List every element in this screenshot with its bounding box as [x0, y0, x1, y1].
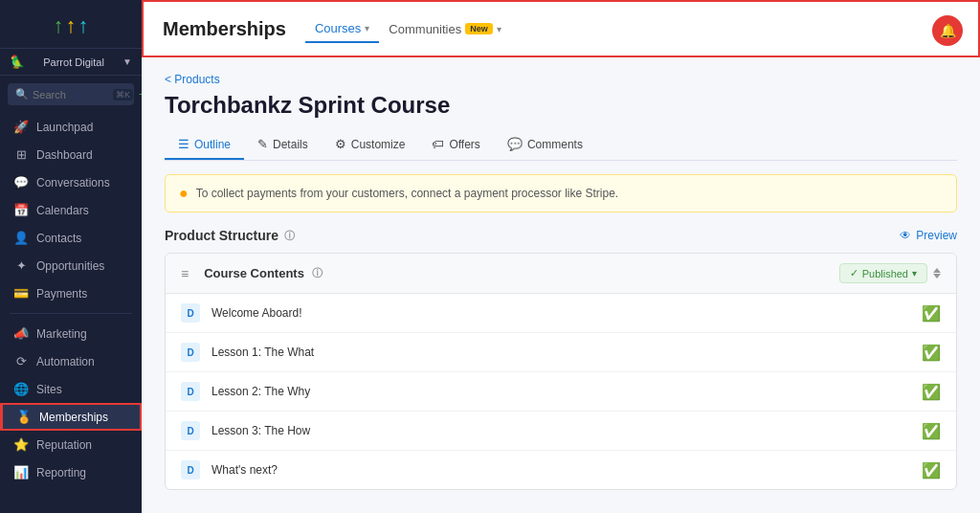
offers-icon: 🏷 [432, 137, 444, 151]
sidebar-item-sites[interactable]: 🌐 Sites [0, 375, 142, 403]
sidebar-item-reputation[interactable]: ⭐ Reputation [0, 431, 142, 458]
account-name: Parrot Digital [43, 56, 104, 68]
sites-icon: 🌐 [13, 382, 29, 396]
search-shortcut: ⌘K [113, 89, 133, 100]
published-chevron-icon: ▾ [912, 268, 917, 279]
subtab-offers[interactable]: 🏷 Offers [418, 130, 493, 160]
opportunities-icon: ✦ [13, 258, 29, 273]
lesson-title: Lesson 1: The What [212, 346, 922, 359]
sidebar-item-automation[interactable]: ⟳ Automation [0, 347, 142, 375]
lesson-status-icon: ✅ [922, 461, 941, 480]
sidebar-item-launchpad[interactable]: 🚀 Launchpad [0, 113, 142, 141]
top-bar: Memberships Courses ▾ Communities New ▾ … [142, 0, 980, 57]
nav-divider [10, 313, 132, 314]
account-switcher[interactable]: 🦜 Parrot Digital ▼ [0, 48, 142, 76]
reputation-label: Reputation [36, 438, 92, 452]
marketing-label: Marketing [36, 327, 87, 341]
table-row[interactable]: D Lesson 1: The What ✅ [166, 333, 956, 372]
communities-badge: New [465, 23, 493, 34]
sidebar-item-contacts[interactable]: 👤 Contacts [0, 224, 142, 252]
sort-arrows[interactable] [933, 268, 941, 279]
table-row[interactable]: D Lesson 3: The How ✅ [166, 412, 956, 451]
sidebar-item-opportunities[interactable]: ✦ Opportunities [0, 252, 142, 279]
product-structure-title: Product Structure ⓘ [165, 228, 295, 243]
launchpad-icon: 🚀 [13, 120, 29, 134]
comments-icon: 💬 [507, 137, 523, 151]
course-header-right: ✓ Published ▾ [839, 263, 941, 283]
course-table-header: ≡ Course Contents ⓘ ✓ Published ▾ [166, 254, 956, 294]
subtab-customize[interactable]: ⚙ Customize [322, 130, 419, 160]
dashboard-icon: ⊞ [13, 147, 29, 162]
details-label: Details [273, 138, 308, 151]
preview-button[interactable]: 👁 Preview [900, 229, 957, 242]
subtab-comments[interactable]: 💬 Comments [494, 130, 596, 160]
sort-down-arrow [933, 274, 941, 279]
course-table: ≡ Course Contents ⓘ ✓ Published ▾ [165, 253, 957, 490]
breadcrumb[interactable]: Products [165, 73, 957, 86]
lesson-title: Lesson 2: The Why [212, 385, 922, 398]
memberships-icon: 🏅 [16, 410, 32, 424]
sub-tabs: ☰ Outline ✎ Details ⚙ Customize 🏷 Offers… [165, 130, 957, 161]
page-title: Torchbankz Sprint Course [165, 92, 957, 119]
published-check-icon: ✓ [850, 267, 858, 279]
lesson-title: What's next? [212, 463, 922, 477]
contacts-label: Contacts [36, 232, 81, 245]
row-type-badge: D [181, 460, 200, 480]
outline-label: Outline [194, 138, 231, 151]
details-icon: ✎ [257, 137, 268, 151]
lesson-title: Lesson 3: The How [212, 424, 922, 437]
published-label: Published [862, 268, 908, 279]
tab-communities[interactable]: Communities New ▾ [379, 16, 510, 42]
payments-label: Payments [36, 287, 87, 301]
lesson-title: Welcome Aboard! [212, 306, 922, 320]
comments-label: Comments [527, 138, 583, 151]
sidebar: ↑ ↑ ↑ 🦜 Parrot Digital ▼ 🔍 ⌘K + 🚀 Launch… [0, 0, 142, 513]
product-structure-info-icon[interactable]: ⓘ [284, 229, 295, 243]
calendars-label: Calendars [36, 204, 89, 217]
launchpad-label: Launchpad [36, 121, 93, 134]
table-row[interactable]: D Welcome Aboard! ✅ [166, 294, 956, 333]
opportunities-label: Opportunities [36, 259, 104, 273]
preview-label: Preview [916, 229, 957, 242]
search-input[interactable] [33, 89, 109, 100]
sidebar-nav: 🚀 Launchpad ⊞ Dashboard 💬 Conversations … [0, 109, 142, 513]
lesson-status-icon: ✅ [922, 383, 941, 401]
outline-icon: ☰ [178, 137, 189, 151]
course-info-icon[interactable]: ⓘ [312, 266, 323, 280]
product-structure-section: Product Structure ⓘ 👁 Preview [165, 228, 957, 243]
sort-up-arrow [933, 268, 941, 273]
account-chevron-icon: ▼ [122, 56, 132, 67]
sidebar-item-payments[interactable]: 💳 Payments [0, 279, 142, 307]
page-content: Products Torchbankz Sprint Course ☰ Outl… [142, 57, 980, 513]
sidebar-item-calendars[interactable]: 📅 Calendars [0, 196, 142, 224]
sidebar-item-reporting[interactable]: 📊 Reporting [0, 458, 142, 486]
reporting-label: Reporting [36, 466, 86, 480]
sidebar-item-dashboard[interactable]: ⊞ Dashboard [0, 141, 142, 168]
customize-icon: ⚙ [335, 137, 346, 151]
calendars-icon: 📅 [13, 203, 29, 217]
subtab-outline[interactable]: ☰ Outline [165, 130, 244, 160]
tab-courses[interactable]: Courses ▾ [305, 15, 379, 43]
alert-text: To collect payments from your customers,… [196, 187, 619, 200]
row-type-badge: D [181, 303, 200, 323]
search-bar[interactable]: 🔍 ⌘K + [8, 83, 134, 105]
published-dropdown[interactable]: ✓ Published ▾ [839, 263, 927, 283]
account-icon: 🦜 [10, 55, 25, 69]
table-row[interactable]: D What's next? ✅ [166, 451, 956, 489]
sidebar-item-memberships[interactable]: 🏅 Memberships [0, 403, 142, 431]
subtab-details[interactable]: ✎ Details [244, 130, 322, 160]
automation-label: Automation [36, 355, 95, 368]
sidebar-item-conversations[interactable]: 💬 Conversations [0, 168, 142, 196]
payments-icon: 💳 [13, 286, 29, 301]
main-content: Memberships Courses ▾ Communities New ▾ … [142, 0, 980, 513]
logo-arrow-green: ↑ [54, 13, 64, 38]
sidebar-item-marketing[interactable]: 📣 Marketing [0, 320, 142, 347]
search-icon: 🔍 [15, 88, 29, 100]
logo: ↑ ↑ ↑ [0, 0, 142, 48]
sites-label: Sites [36, 383, 62, 396]
notification-icon[interactable]: 🔔 [932, 15, 963, 46]
offers-label: Offers [449, 138, 479, 151]
reputation-icon: ⭐ [13, 437, 29, 452]
table-row[interactable]: D Lesson 2: The Why ✅ [166, 372, 956, 412]
notification-symbol: 🔔 [940, 23, 956, 38]
